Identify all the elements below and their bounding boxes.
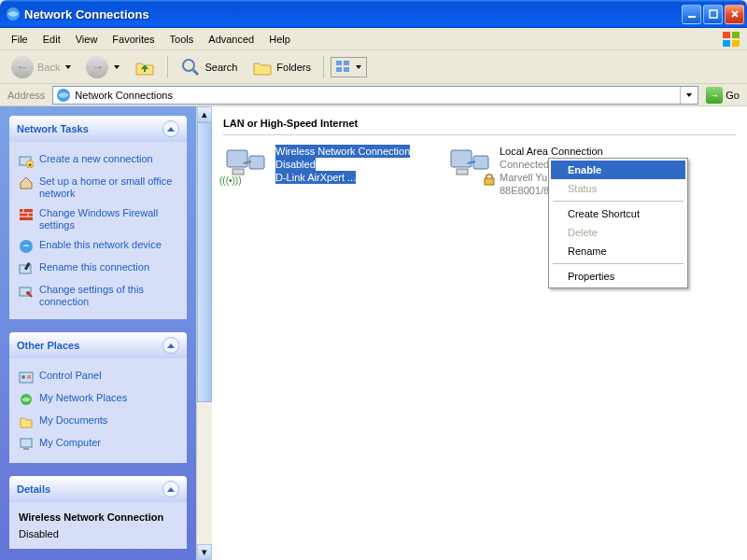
section-header: LAN or High-Speed Internet: [223, 114, 736, 135]
svg-rect-33: [227, 150, 247, 167]
svg-point-26: [26, 291, 30, 295]
panel-other-places: Other Places Control Panel My Network Pl…: [9, 332, 187, 463]
svg-rect-34: [249, 156, 264, 169]
place-my-computer[interactable]: My Computer: [19, 433, 177, 455]
task-enable-device[interactable]: Enable this network device: [19, 235, 177, 258]
lan-icon: [447, 145, 492, 184]
chevron-up-icon: [162, 120, 179, 137]
scroll-up-icon[interactable]: ▴: [197, 106, 212, 122]
task-label: Change settings of this connection: [39, 284, 177, 308]
views-button[interactable]: [331, 57, 367, 77]
views-icon: [336, 61, 351, 74]
menu-help[interactable]: Help: [261, 31, 298, 48]
wireless-icon: (((•))): [223, 145, 268, 184]
firewall-icon: [19, 207, 34, 222]
ctx-rename[interactable]: Rename: [551, 242, 685, 260]
address-value: Network Connections: [75, 90, 676, 101]
separator: [323, 56, 324, 78]
menu-file[interactable]: File: [4, 31, 35, 48]
folders-icon: [252, 58, 273, 77]
panel-header-tasks[interactable]: Network Tasks: [9, 116, 187, 142]
task-label: Enable this network device: [39, 239, 162, 251]
panel-network-tasks: Network Tasks ★ Create a new connection …: [9, 116, 187, 319]
ctx-enable[interactable]: Enable: [551, 161, 685, 179]
back-label: Back: [37, 62, 60, 73]
task-change-settings[interactable]: Change settings of this connection: [19, 280, 177, 312]
svg-rect-4: [732, 32, 740, 38]
search-button[interactable]: Search: [175, 53, 243, 81]
menu-view[interactable]: View: [68, 31, 106, 48]
firewall-lock-icon: [483, 173, 496, 186]
svg-rect-29: [27, 375, 31, 379]
details-name: Wireless Network Connection: [19, 511, 177, 523]
task-firewall[interactable]: Change Windows Firewall settings: [19, 203, 177, 235]
window-title: Network Connections: [24, 7, 682, 21]
svg-rect-2: [710, 10, 717, 18]
menu-advanced[interactable]: Advanced: [201, 31, 261, 48]
task-label: Create a new connection: [39, 153, 153, 165]
scroll-down-icon[interactable]: ▾: [197, 544, 212, 560]
svg-rect-1: [688, 16, 696, 18]
search-label: Search: [204, 62, 237, 73]
ctx-delete: Delete: [551, 223, 685, 242]
details-status: Disabled: [19, 528, 177, 539]
task-rename[interactable]: Rename this connection: [19, 258, 177, 280]
svg-rect-9: [336, 61, 342, 65]
task-setup-network[interactable]: Set up a home or small office network: [19, 172, 177, 203]
svg-point-7: [183, 60, 194, 71]
ctx-properties[interactable]: Properties: [551, 267, 685, 286]
separator: [553, 263, 684, 264]
connection-device: D-Link AirXpert ...: [275, 171, 356, 184]
dropdown-icon: [356, 65, 361, 69]
svg-text:★: ★: [27, 161, 33, 168]
minimize-button[interactable]: [682, 5, 701, 24]
task-create-connection[interactable]: ★ Create a new connection: [19, 149, 177, 172]
details-header-label: Details: [17, 483, 50, 495]
svg-rect-32: [23, 448, 29, 450]
place-network-places[interactable]: My Network Places: [19, 388, 177, 411]
menu-edit[interactable]: Edit: [35, 31, 68, 48]
dropdown-icon: [65, 65, 71, 69]
ctx-create-shortcut[interactable]: Create Shortcut: [551, 204, 685, 223]
forward-arrow-icon: →: [86, 56, 108, 78]
panel-header-places[interactable]: Other Places: [9, 332, 187, 358]
menu-favorites[interactable]: Favorites: [105, 31, 162, 48]
toolbar: ← Back → Search Folders: [0, 50, 747, 84]
menu-bar: File Edit View Favorites Tools Advanced …: [0, 28, 747, 50]
new-connection-icon: ★: [19, 153, 34, 168]
connection-wireless[interactable]: (((•))) Wireless Network Connection Disa…: [223, 145, 419, 197]
svg-line-8: [193, 70, 198, 75]
svg-rect-38: [473, 156, 488, 169]
svg-rect-37: [451, 150, 472, 167]
svg-rect-3: [723, 32, 730, 38]
address-bar: Address Network Connections → Go: [0, 84, 747, 106]
menu-tools[interactable]: Tools: [162, 31, 202, 48]
svg-point-28: [21, 375, 25, 379]
place-my-documents[interactable]: My Documents: [19, 411, 177, 433]
content-area: LAN or High-Speed Internet (((•))) Wirel…: [212, 106, 747, 560]
svg-rect-31: [21, 439, 32, 447]
connection-status: Disabled: [275, 158, 316, 171]
control-panel-icon: [19, 370, 34, 385]
ctx-status: Status: [551, 179, 685, 198]
up-button[interactable]: [129, 54, 161, 80]
place-label: My Network Places: [39, 392, 127, 404]
place-label: Control Panel: [39, 370, 102, 382]
folders-button[interactable]: Folders: [247, 54, 317, 80]
forward-button[interactable]: →: [80, 52, 125, 82]
place-control-panel[interactable]: Control Panel: [19, 366, 177, 388]
address-label: Address: [4, 90, 49, 101]
back-button[interactable]: ← Back: [6, 52, 77, 82]
go-button[interactable]: → Go: [702, 87, 743, 104]
scroll-thumb[interactable]: [197, 122, 212, 402]
address-input[interactable]: Network Connections: [52, 86, 698, 105]
svg-rect-12: [344, 67, 349, 72]
close-button[interactable]: [725, 5, 744, 24]
sidebar-scrollbar[interactable]: ▴ ▾: [196, 106, 212, 560]
address-dropdown[interactable]: [680, 87, 695, 104]
connection-name: Wireless Network Connection: [275, 145, 410, 158]
settings-icon: [19, 284, 34, 299]
panel-header-details[interactable]: Details: [9, 476, 187, 502]
maximize-button[interactable]: [703, 5, 723, 24]
svg-rect-10: [344, 61, 349, 65]
